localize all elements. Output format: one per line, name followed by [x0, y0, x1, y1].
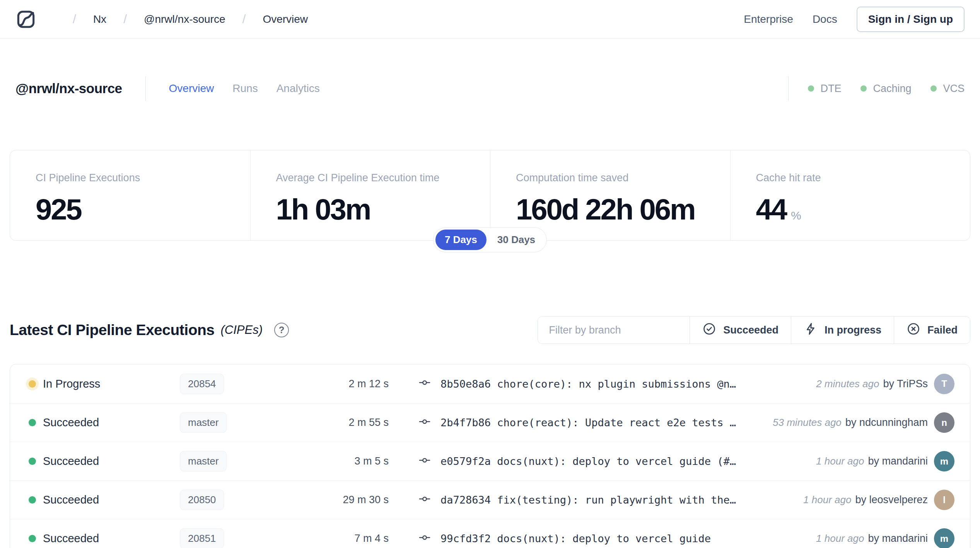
row-status: Succeeded	[43, 455, 180, 468]
row-commit: 2b4f7b86 chore(react): Update react e2e …	[417, 417, 736, 429]
row-status: In Progress	[43, 378, 180, 390]
cipe-row[interactable]: Succeeded 20850 29 m 30 s da728634 fix(t…	[10, 480, 970, 519]
x-circle-icon	[907, 322, 920, 339]
page-header: @nrwl/nx-source Overview Runs Analytics …	[0, 76, 980, 101]
row-commit: da728634 fix(testing): run playwright wi…	[417, 494, 736, 506]
row-duration: 2 m 55 s	[331, 417, 389, 429]
green-dot-icon	[930, 85, 937, 92]
indicator-label: VCS	[943, 83, 965, 95]
green-dot-icon	[860, 85, 867, 92]
avatar[interactable]: T	[934, 374, 954, 394]
row-status: Succeeded	[43, 416, 180, 429]
filter-label: In progress	[825, 324, 881, 336]
top-nav: / Nx / @nrwl/nx-source / Overview Enterp…	[0, 0, 980, 39]
row-duration: 29 m 30 s	[331, 494, 389, 506]
filter-succeeded-button[interactable]: Succeeded	[690, 317, 791, 344]
breadcrumb-separator: /	[225, 12, 263, 26]
cipe-table: In Progress 20854 2 m 12 s 8b50e8a6 chor…	[10, 364, 970, 548]
bolt-icon	[804, 322, 818, 339]
row-meta: 2 minutes ago by TriPSs T	[816, 374, 954, 394]
avatar[interactable]: l	[934, 490, 954, 510]
range-toggle: 7 Days 30 Days	[433, 227, 547, 252]
row-author: by mandarini	[868, 533, 928, 545]
filter-failed-button[interactable]: Failed	[894, 317, 970, 344]
stat-card: Cache hit rate 44 %	[730, 150, 970, 240]
divider	[788, 76, 789, 101]
cipes-title-suffix: (CIPEs)	[220, 323, 263, 337]
row-time: 53 minutes ago	[773, 417, 842, 429]
commit-message[interactable]: 2b4f7b86 chore(react): Update react e2e …	[440, 417, 736, 429]
app-window: / Nx / @nrwl/nx-source / Overview Enterp…	[0, 0, 980, 548]
page-tabs: Overview Runs Analytics	[169, 82, 320, 95]
stat-suffix: %	[791, 209, 801, 222]
indicator-vcs: VCS	[930, 83, 965, 95]
nx-cloud-logo-icon[interactable]	[15, 9, 36, 30]
cipe-row[interactable]: In Progress 20854 2 m 12 s 8b50e8a6 chor…	[10, 364, 970, 403]
commit-message[interactable]: 8b50e8a6 chore(core): nx plugin submissi…	[440, 378, 736, 390]
help-icon[interactable]: ?	[274, 323, 289, 337]
git-commit-icon	[417, 494, 433, 506]
avatar[interactable]: m	[934, 528, 954, 548]
branch-filter-input[interactable]	[538, 317, 690, 344]
branch-column: 20850	[180, 490, 331, 510]
row-duration: 3 m 5 s	[331, 455, 389, 467]
tab-analytics[interactable]: Analytics	[277, 82, 320, 95]
signin-button[interactable]: Sign in / Sign up	[857, 7, 965, 32]
nav-link-enterprise[interactable]: Enterprise	[744, 13, 793, 26]
commit-message[interactable]: e0579f2a docs(nuxt): deploy to vercel gu…	[440, 455, 736, 467]
branch-badge[interactable]: 20854	[180, 374, 224, 394]
nav-link-docs[interactable]: Docs	[813, 13, 837, 26]
range-30-days-button[interactable]: 30 Days	[488, 230, 545, 250]
branch-badge[interactable]: master	[180, 412, 227, 433]
avatar[interactable]: n	[934, 412, 954, 433]
stat-label: Cache hit rate	[756, 172, 963, 184]
branch-column: 20854	[180, 374, 331, 394]
row-duration: 7 m 4 s	[331, 533, 389, 545]
stat-value: 925	[36, 192, 81, 226]
row-author: by TriPSs	[883, 378, 928, 390]
stat-value: 44	[756, 192, 787, 226]
row-commit: 99cfd3f2 docs(nuxt): deploy to vercel gu…	[417, 533, 711, 545]
indicator-label: DTE	[820, 83, 841, 95]
git-commit-icon	[417, 417, 433, 429]
indicator-caching: Caching	[860, 83, 911, 95]
status-dot-icon	[29, 458, 36, 465]
row-time: 1 hour ago	[803, 494, 851, 506]
row-meta: 53 minutes ago by ndcunningham n	[773, 412, 954, 433]
cipe-row[interactable]: Succeeded master 3 m 5 s e0579f2a docs(n…	[10, 442, 970, 480]
row-meta: 1 hour ago by mandarini m	[816, 451, 954, 471]
cipes-title: Latest CI Pipeline Executions	[10, 322, 214, 339]
row-time: 2 minutes ago	[816, 378, 879, 390]
row-time: 1 hour ago	[816, 533, 864, 545]
commit-message[interactable]: 99cfd3f2 docs(nuxt): deploy to vercel gu…	[440, 533, 711, 545]
nav-actions: Enterprise Docs Sign in / Sign up	[744, 7, 965, 32]
breadcrumb-item-repo[interactable]: @nrwl/nx-source	[144, 13, 225, 26]
cipe-row[interactable]: Succeeded master 2 m 55 s 2b4f7b86 chore…	[10, 403, 970, 442]
row-meta: 1 hour ago by leosvelperez l	[803, 490, 954, 510]
git-commit-icon	[417, 455, 433, 468]
breadcrumb-item-page[interactable]: Overview	[263, 13, 308, 26]
row-author: by ndcunningham	[845, 417, 928, 429]
status-dot-icon	[29, 496, 36, 504]
branch-badge[interactable]: 20851	[180, 528, 224, 548]
row-meta: 1 hour ago by mandarini m	[816, 528, 954, 548]
tab-runs[interactable]: Runs	[232, 82, 258, 95]
avatar[interactable]: m	[934, 451, 954, 471]
branch-badge[interactable]: master	[180, 451, 227, 471]
stat-label: CI Pipeline Executions	[36, 172, 242, 184]
stat-value: 1h 03m	[276, 192, 370, 226]
row-author: by mandarini	[868, 455, 928, 467]
cipe-row[interactable]: Succeeded 20851 7 m 4 s 99cfd3f2 docs(nu…	[10, 519, 970, 548]
check-circle-icon	[702, 322, 716, 339]
cipes-filter-bar: Succeeded In progress	[538, 316, 970, 344]
tab-overview[interactable]: Overview	[169, 82, 214, 95]
status-dot-icon	[29, 535, 36, 542]
divider	[145, 76, 146, 101]
row-status: Succeeded	[43, 532, 180, 545]
commit-message[interactable]: da728634 fix(testing): run playwright wi…	[440, 494, 736, 506]
range-7-days-button[interactable]: 7 Days	[435, 230, 487, 250]
branch-badge[interactable]: 20850	[180, 490, 224, 510]
filter-in-progress-button[interactable]: In progress	[791, 317, 894, 344]
row-status: Succeeded	[43, 494, 180, 506]
breadcrumb-item-workspace[interactable]: Nx	[93, 13, 106, 26]
